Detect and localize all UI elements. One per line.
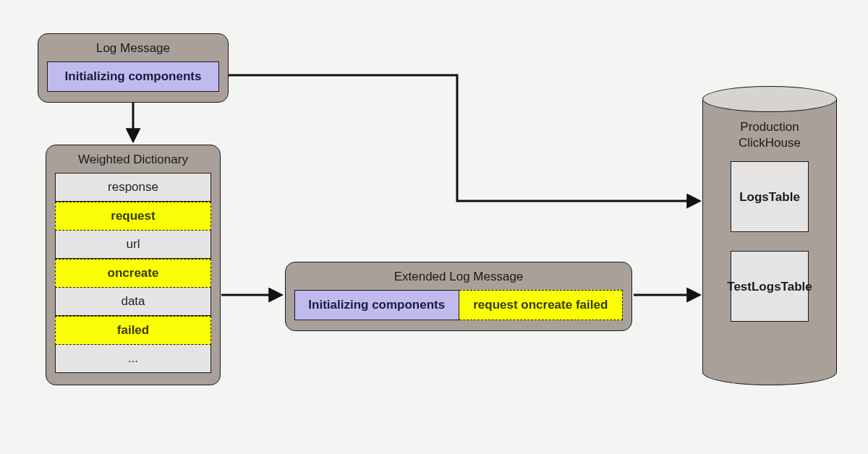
log-message-value: Initializing components (47, 61, 219, 92)
weighted-dictionary-panel: Weighted Dictionary responserequesturlon… (46, 145, 221, 385)
log-message-title: Log Message (47, 41, 219, 56)
test-logs-table-box: TestLogsTable (731, 251, 809, 322)
database-cylinder: ProductionClickHouse LogsTable TestLogsT… (702, 86, 837, 385)
dictionary-rows: responserequesturloncreatedatafailed... (55, 173, 211, 373)
database-title: ProductionClickHouse (739, 119, 801, 151)
weighted-dictionary-title: Weighted Dictionary (55, 153, 211, 167)
arrow-log-to-logs-table (229, 75, 699, 201)
extended-original-value: Initializing components (294, 290, 459, 320)
extended-log-message-title: Extended Log Message (294, 270, 623, 284)
extended-appended-value: request oncreate failed (459, 290, 624, 320)
dictionary-row: ... (55, 345, 211, 373)
dictionary-row: url (55, 231, 211, 259)
logs-table-box: LogsTable (731, 161, 809, 232)
log-message-panel: Log Message Initializing components (38, 33, 229, 103)
dictionary-row: failed (55, 316, 211, 345)
dictionary-row: response (55, 173, 211, 202)
dictionary-row: request (55, 202, 211, 231)
dictionary-row: data (55, 288, 211, 316)
extended-log-message-panel: Extended Log Message Initializing compon… (285, 262, 632, 331)
dictionary-row: oncreate (55, 259, 211, 288)
cylinder-top (702, 86, 837, 112)
